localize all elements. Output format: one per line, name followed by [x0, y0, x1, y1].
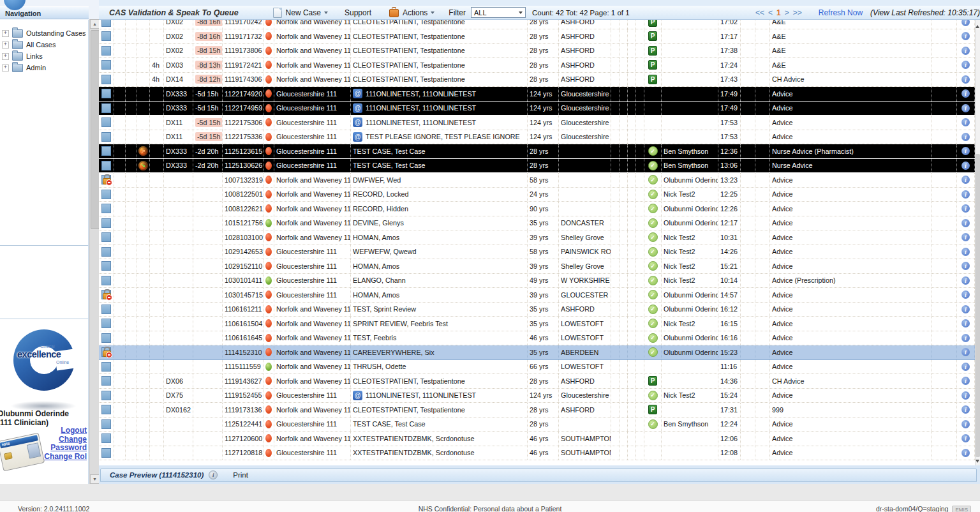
row-checkbox[interactable] [101, 218, 111, 228]
case-info-icon[interactable]: i [961, 118, 970, 126]
case-info-icon[interactable]: i [961, 319, 970, 328]
page-next-button[interactable]: > [785, 8, 789, 17]
case-row[interactable]: 1125122441Gloucestershire 111TEST CASE, … [99, 418, 975, 432]
sidebar-item-outstanding-cases[interactable]: + Outstanding Cases [0, 27, 88, 39]
row-checkbox[interactable] [101, 333, 111, 343]
actions-button[interactable]: Actions [403, 8, 427, 17]
scroll-up-arrow[interactable]: ▲ [90, 19, 100, 29]
case-info-icon[interactable]: i [961, 377, 970, 385]
row-checkbox[interactable] [101, 362, 111, 372]
case-row[interactable]: 1008122501Norfolk and Waveney 111RECORD,… [99, 188, 975, 202]
case-info-icon[interactable]: i [961, 334, 970, 342]
page-first-button[interactable]: << [755, 8, 764, 17]
case-row[interactable]: 1114152310Norfolk and Waveney 111CAREEVE… [99, 345, 975, 360]
case-info-icon[interactable]: i [961, 75, 970, 84]
case-info-icon[interactable]: i [961, 248, 970, 256]
case-preview-bar[interactable]: Case Preview (1114152310) i Print [100, 468, 977, 482]
case-row[interactable]: 1127120818Gloucestershire 111XXTESTPATIE… [99, 446, 975, 461]
case-info-icon[interactable]: i [961, 233, 970, 241]
case-row[interactable]: 1015121756Norfolk and Waveney 111DEVINE,… [99, 216, 975, 231]
case-row[interactable]: DX02-8d 16h1119171732Norfolk and Waveney… [99, 29, 975, 44]
row-checkbox[interactable] [101, 376, 111, 386]
new-case-icon[interactable] [273, 8, 282, 18]
case-info-icon[interactable]: i [961, 47, 970, 55]
table-scrollbar[interactable] [975, 20, 980, 465]
sidebar-item-admin[interactable]: + Admin [0, 62, 88, 73]
case-row[interactable]: ↘DX333-2d 20h1125130626Gloucestershire 1… [99, 159, 975, 174]
scroll-down-arrow[interactable] [976, 460, 979, 463]
case-row[interactable]: 1127120600Norfolk and Waveney 111XXTESTP… [99, 432, 975, 446]
row-checkbox[interactable] [101, 276, 111, 285]
row-checkbox[interactable] [101, 204, 111, 213]
case-info-icon[interactable]: i [961, 104, 970, 112]
case-info-icon[interactable]: i [961, 305, 970, 313]
case-info-icon[interactable]: i [961, 434, 970, 442]
case-row[interactable]: DX751119152455Gloucestershire 111@111ONL… [99, 389, 975, 403]
scrollbar-thumb[interactable] [91, 30, 100, 229]
info-icon[interactable]: i [209, 471, 218, 479]
scrollbar-thumb[interactable] [976, 154, 980, 457]
row-checkbox[interactable] [101, 419, 111, 429]
row-checkbox[interactable] [101, 117, 111, 127]
expand-icon[interactable]: + [2, 53, 9, 60]
lock-icon[interactable] [101, 347, 111, 357]
case-row[interactable]: 1106161645Norfolk and Waveney 111TEST, F… [99, 331, 975, 346]
expand-icon[interactable]: + [2, 41, 9, 49]
case-info-icon[interactable]: i [961, 147, 970, 155]
case-info-icon[interactable]: i [961, 290, 970, 299]
page-last-button[interactable]: >> [793, 8, 802, 17]
support-button[interactable]: Support [345, 8, 371, 17]
row-checkbox[interactable] [101, 20, 111, 27]
row-checkbox[interactable] [101, 132, 111, 142]
case-row[interactable]: DX333-5d 15h1122174920Gloucestershire 11… [99, 87, 975, 102]
case-info-icon[interactable]: i [961, 133, 970, 141]
chevron-down-icon[interactable] [431, 11, 434, 14]
scroll-down-arrow[interactable]: ▼ [90, 474, 100, 484]
case-row[interactable]: DX333-5d 15h1122174959Gloucestershire 11… [99, 102, 975, 116]
refresh-now-link[interactable]: Refresh Now [819, 8, 863, 17]
case-info-icon[interactable]: i [961, 20, 970, 26]
row-checkbox[interactable] [101, 319, 111, 328]
case-info-icon[interactable]: i [961, 89, 970, 98]
case-row[interactable]: 4hDX14-8d 12h1119174306Norfolk and Waven… [99, 73, 975, 87]
case-row[interactable]: ↗DX333-2d 20h1125123615Gloucestershire 1… [99, 144, 975, 159]
page-current[interactable]: 1 [776, 8, 781, 17]
row-checkbox[interactable] [101, 261, 111, 271]
case-row[interactable]: 1029152110Gloucestershire 111HOMAN, Amos… [99, 259, 975, 274]
case-row[interactable]: 1115111559Norfolk and Waveney 111THRUSH,… [99, 360, 975, 375]
case-row[interactable]: 1106161504Norfolk and Waveney 111SPRINT … [99, 317, 975, 331]
sidebar-item-all-cases[interactable]: + All Cases [0, 39, 88, 50]
filter-select[interactable]: ALL [471, 7, 526, 18]
expand-icon[interactable]: + [2, 30, 9, 37]
row-checkbox[interactable] [101, 103, 111, 113]
case-row[interactable]: 1029142653Gloucestershire 111WEFWEFW, Qw… [99, 245, 975, 260]
case-row[interactable]: 1106161211Norfolk and Waveney 111TEST, S… [99, 303, 975, 317]
case-row[interactable]: DX02-8d 16h1119170242Norfolk and Waveney… [99, 20, 975, 29]
scroll-up-arrow[interactable] [976, 25, 979, 28]
chevron-down-icon[interactable] [324, 11, 328, 14]
expand-icon[interactable]: + [2, 64, 9, 72]
case-info-icon[interactable]: i [961, 276, 970, 285]
case-info-icon[interactable]: i [961, 176, 970, 184]
case-row[interactable]: 1008122621Norfolk and Waveney 111RECORD,… [99, 202, 975, 216]
case-info-icon[interactable]: i [961, 348, 970, 356]
case-info-icon[interactable]: i [961, 262, 970, 270]
case-row[interactable]: DX11-5d 15h1122175306Gloucestershire 111… [99, 116, 975, 130]
row-checkbox[interactable] [101, 247, 111, 257]
row-checkbox[interactable] [101, 391, 111, 400]
case-info-icon[interactable]: i [961, 405, 970, 414]
sidebar-item-links[interactable]: + Links [0, 50, 88, 62]
actions-icon[interactable] [389, 9, 399, 17]
case-row[interactable]: 1030145715Gloucestershire 111HOMAN, Amos… [99, 288, 975, 303]
case-info-icon[interactable]: i [961, 420, 970, 428]
case-info-icon[interactable]: i [961, 61, 970, 69]
row-checkbox[interactable] [101, 146, 111, 156]
case-row[interactable]: 1030101411Gloucestershire 111ELANGO, Cha… [99, 274, 975, 289]
row-checkbox[interactable] [101, 31, 111, 41]
case-row[interactable]: DX11-5d 15h1122175336Gloucestershire 111… [99, 130, 975, 145]
sidebar-scrollbar[interactable]: ▲ ▼ [89, 19, 100, 484]
row-checkbox[interactable] [101, 405, 111, 414]
case-info-icon[interactable]: i [961, 190, 970, 199]
row-checkbox[interactable] [101, 89, 111, 98]
case-info-icon[interactable]: i [961, 391, 970, 400]
